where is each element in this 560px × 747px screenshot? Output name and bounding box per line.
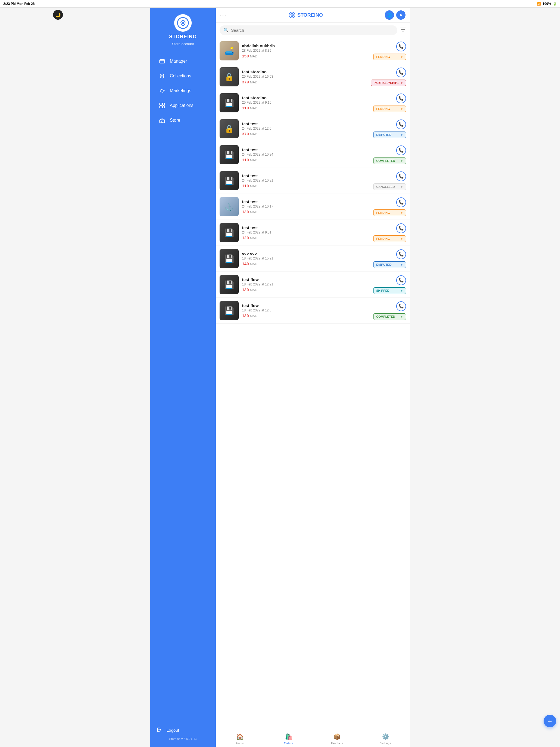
call-button[interactable]: 📞	[396, 301, 406, 311]
sidebar-label-marketings: Marketings	[170, 88, 191, 93]
sidebar-item-manager[interactable]: Manager	[152, 54, 213, 68]
order-image: 💾	[220, 249, 239, 268]
order-actions: 📞 CANCELLED ▼	[373, 172, 406, 190]
order-info: test test 24 Feb 2022 at 10:31 110 MAD	[242, 173, 370, 188]
sidebar-item-applications[interactable]: Applications	[152, 98, 213, 113]
status-badge[interactable]: CANCELLED ▼	[373, 183, 406, 190]
call-button[interactable]: 📞	[396, 120, 406, 129]
order-image: 💾	[220, 145, 239, 164]
bottom-nav-item-products[interactable]: 📦 Products	[313, 732, 361, 746]
order-date: 18 Feb 2022 at 12:8	[242, 308, 370, 312]
status-badge[interactable]: COMPLETED ▼	[373, 313, 406, 320]
order-actions: 📞 PENDING ▼	[373, 223, 406, 242]
status-badge[interactable]: PENDING ▼	[373, 106, 406, 112]
search-input[interactable]	[231, 28, 393, 32]
sidebar-item-marketings[interactable]: Marketings	[152, 84, 213, 98]
bottom-nav-item-settings[interactable]: ⚙️ Settings	[361, 732, 410, 746]
order-item[interactable]: 💾 test test 24 Feb 2022 at 9:51 120 MAD …	[216, 220, 410, 246]
chevron-down-icon: ▼	[400, 133, 403, 136]
order-date: 25 Feb 2022 at 9:15	[242, 101, 370, 104]
sidebar-item-collections[interactable]: Collections	[152, 69, 213, 83]
sidebar: 🌙 STOREINO Store account	[150, 8, 216, 747]
sidebar-label-collections: Collections	[170, 74, 191, 78]
status-badge[interactable]: SHIPPED ▼	[373, 287, 406, 294]
order-date: 18 Feb 2022 at 15:21	[242, 256, 370, 260]
sidebar-logo	[174, 14, 192, 32]
order-date: 25 Feb 2022 at 16:53	[242, 75, 367, 78]
order-name: test flow	[242, 277, 370, 282]
order-item[interactable]: 🔒 test storeino 25 Feb 2022 at 16:53 379…	[216, 64, 410, 90]
order-item[interactable]: 🔒 test test 24 Feb 2022 at 12:0 379 MAD …	[216, 116, 410, 142]
call-button[interactable]: 📞	[396, 223, 406, 233]
order-info: test test 24 Feb 2022 at 12:0 379 MAD	[242, 121, 370, 136]
status-badge[interactable]: DISPUTED ▼	[373, 261, 406, 268]
order-item[interactable]: ⚓ test test 24 Feb 2022 at 10:17 130 MAD…	[216, 194, 410, 220]
globe-button[interactable]: 🌐	[385, 10, 394, 20]
order-name: test test	[242, 173, 370, 178]
status-label: PENDING	[376, 55, 390, 58]
status-badge[interactable]: PENDING ▼	[373, 209, 406, 216]
order-item[interactable]: 💾 test storeino 25 Feb 2022 at 9:15 110 …	[216, 90, 410, 116]
translate-button[interactable]: A	[396, 10, 406, 20]
bottom-nav: 🏠 Home 🛍️ Orders 📦 Products ⚙️ Settings	[216, 730, 410, 747]
status-label: PENDING	[376, 237, 390, 240]
order-amount: 130 MAD	[242, 209, 370, 214]
order-actions: 📞 PARTIALLYSHIP... ▼	[371, 68, 406, 86]
call-button[interactable]: 📞	[396, 42, 406, 51]
order-item[interactable]: 💾 test flow 18 Feb 2022 at 12:8 130 MAD …	[216, 298, 410, 324]
order-actions: 📞 COMPLETED ▼	[373, 146, 406, 164]
chevron-down-icon: ▼	[400, 289, 403, 292]
status-label: PENDING	[376, 211, 390, 214]
logout-button[interactable]: Logout	[150, 723, 216, 737]
order-item[interactable]: 💾 test test 24 Feb 2022 at 10:31 110 MAD…	[216, 168, 410, 194]
bottom-nav-item-home[interactable]: 🏠 Home	[216, 732, 264, 746]
svg-rect-7	[162, 106, 164, 108]
order-amount: 110 MAD	[242, 183, 370, 188]
call-button[interactable]: 📞	[396, 198, 406, 207]
order-info: abdellah oukhrib 28 Feb 2022 at 8:39 150…	[242, 44, 370, 58]
order-actions: 📞 DISPUTED ▼	[373, 120, 406, 138]
order-name: test test	[242, 199, 370, 204]
call-button[interactable]: 📞	[396, 172, 406, 181]
order-name: test test	[242, 147, 370, 152]
order-actions: 📞 COMPLETED ▼	[373, 301, 406, 320]
status-badge[interactable]: PENDING ▼	[373, 235, 406, 242]
status-badge[interactable]: PARTIALLYSHIP... ▼	[371, 80, 406, 86]
order-amount: 379 MAD	[242, 80, 367, 84]
svg-rect-6	[160, 106, 162, 108]
chevron-down-icon: ▼	[400, 315, 403, 318]
order-amount: 130 MAD	[242, 287, 370, 292]
status-badge[interactable]: COMPLETED ▼	[373, 157, 406, 164]
orders-list: 🛋️ abdellah oukhrib 28 Feb 2022 at 8:39 …	[216, 38, 410, 730]
status-badge[interactable]: DISPUTED ▼	[373, 131, 406, 138]
order-amount: 130 MAD	[242, 313, 370, 318]
order-date: 24 Feb 2022 at 10:17	[242, 205, 370, 208]
order-info: test test 24 Feb 2022 at 9:51 120 MAD	[242, 225, 370, 240]
status-label: PARTIALLYSHIP...	[374, 81, 399, 84]
order-item[interactable]: 🛋️ abdellah oukhrib 28 Feb 2022 at 8:39 …	[216, 38, 410, 64]
order-amount: 140 MAD	[242, 261, 370, 266]
order-amount: 379 MAD	[242, 131, 370, 136]
sidebar-item-store[interactable]: Store	[152, 113, 213, 127]
call-button[interactable]: 📞	[396, 94, 406, 103]
search-bar: 🔍	[216, 23, 410, 38]
order-item[interactable]: 💾 test test 24 Feb 2022 at 10:34 110 MAD…	[216, 142, 410, 168]
call-button[interactable]: 📞	[396, 249, 406, 259]
layers-icon	[159, 73, 166, 79]
search-input-wrapper[interactable]: 🔍	[220, 25, 397, 35]
order-name: test storeino	[242, 70, 367, 74]
status-label: DISPUTED	[376, 263, 391, 266]
main-content: ··· STOREINO 🌐 A 🔍	[216, 8, 410, 747]
sidebar-label-store: Store	[170, 118, 180, 123]
order-item[interactable]: 💾 vvv vvv 18 Feb 2022 at 15:21 140 MAD 📞…	[216, 246, 410, 272]
order-info: test test 24 Feb 2022 at 10:34 110 MAD	[242, 147, 370, 162]
order-item[interactable]: 💾 test flow 18 Feb 2022 at 12:21 130 MAD…	[216, 272, 410, 298]
order-name: vvv vvv	[242, 251, 370, 256]
bottom-nav-item-orders[interactable]: 🛍️ Orders	[264, 732, 313, 746]
filter-icon[interactable]	[400, 27, 406, 34]
call-button[interactable]: 📞	[396, 68, 406, 77]
call-button[interactable]: 📞	[396, 275, 406, 285]
status-badge[interactable]: PENDING ▼	[373, 54, 406, 60]
call-button[interactable]: 📞	[396, 146, 406, 155]
order-info: test flow 18 Feb 2022 at 12:8 130 MAD	[242, 303, 370, 318]
